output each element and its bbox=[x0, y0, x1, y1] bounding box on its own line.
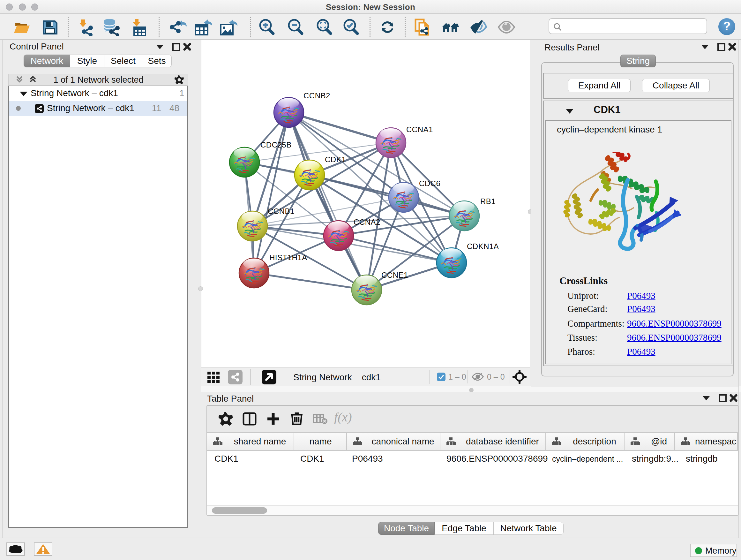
svg-text:CDKN1A: CDKN1A bbox=[467, 242, 499, 251]
svg-text:CCNB1: CCNB1 bbox=[268, 207, 294, 215]
svg-text:CCNA1: CCNA1 bbox=[406, 125, 433, 134]
svg-text:CDC6: CDC6 bbox=[419, 179, 441, 188]
svg-text:CCNE1: CCNE1 bbox=[381, 271, 408, 279]
svg-text:CCNA2: CCNA2 bbox=[354, 218, 381, 226]
svg-text:CDC25B: CDC25B bbox=[260, 140, 292, 149]
svg-text:CDK1: CDK1 bbox=[325, 155, 346, 164]
svg-text:RB1: RB1 bbox=[480, 197, 495, 206]
svg-text:CCNB2: CCNB2 bbox=[304, 91, 330, 100]
svg-text:HIST1H1A: HIST1H1A bbox=[269, 253, 307, 262]
